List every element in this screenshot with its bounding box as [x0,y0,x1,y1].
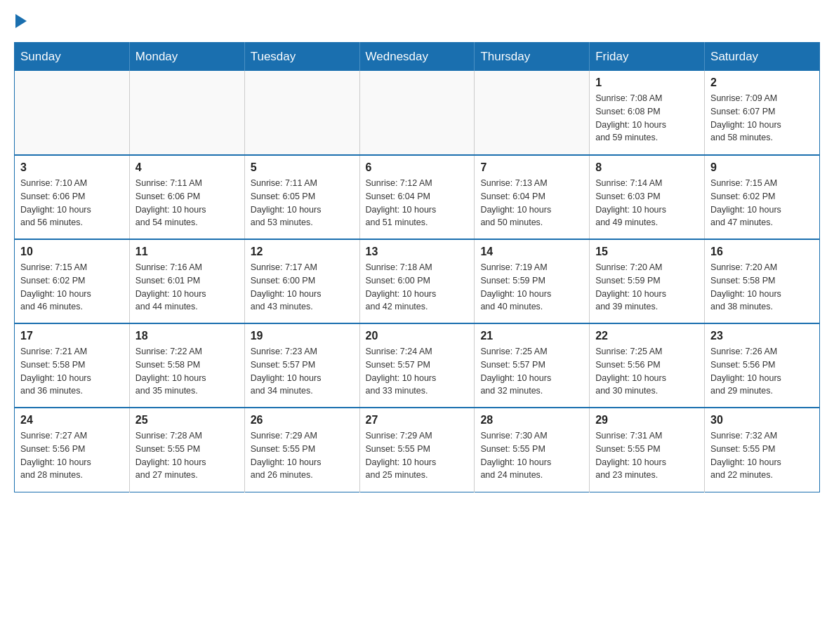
day-cell: 2Sunrise: 7:09 AMSunset: 6:07 PMDaylight… [705,71,820,155]
col-header-saturday: Saturday [705,43,820,72]
day-info: Sunrise: 7:20 AMSunset: 5:59 PMDaylight:… [595,261,699,314]
day-info: Sunrise: 7:10 AMSunset: 6:06 PMDaylight:… [20,177,124,229]
day-cell: 16Sunrise: 7:20 AMSunset: 5:58 PMDayligh… [705,239,820,323]
day-number: 13 [366,246,469,258]
day-info: Sunrise: 7:25 AMSunset: 5:56 PMDaylight:… [595,345,699,398]
day-info: Sunrise: 7:29 AMSunset: 5:55 PMDaylight:… [251,429,354,482]
logo-triangle-icon [15,14,27,28]
calendar-header-row: SundayMondayTuesdayWednesdayThursdayFrid… [15,43,820,72]
week-row-3: 10Sunrise: 7:15 AMSunset: 6:02 PMDayligh… [15,239,820,323]
day-number: 1 [595,76,699,89]
day-cell: 17Sunrise: 7:21 AMSunset: 5:58 PMDayligh… [15,323,130,408]
day-cell: 14Sunrise: 7:19 AMSunset: 5:59 PMDayligh… [475,239,590,323]
day-number: 25 [135,414,239,427]
day-cell: 21Sunrise: 7:25 AMSunset: 5:57 PMDayligh… [475,323,590,408]
logo-icon [14,14,27,28]
day-cell: 3Sunrise: 7:10 AMSunset: 6:06 PMDaylight… [15,155,130,239]
day-number: 4 [135,161,239,174]
day-number: 10 [20,246,124,258]
day-cell: 22Sunrise: 7:25 AMSunset: 5:56 PMDayligh… [590,323,705,408]
day-cell [359,71,475,155]
day-info: Sunrise: 7:20 AMSunset: 5:58 PMDaylight:… [710,261,814,314]
day-info: Sunrise: 7:14 AMSunset: 6:03 PMDaylight:… [595,177,699,229]
day-info: Sunrise: 7:23 AMSunset: 5:57 PMDaylight:… [251,345,354,398]
day-cell: 18Sunrise: 7:22 AMSunset: 5:58 PMDayligh… [129,323,244,408]
day-number: 12 [251,246,354,258]
day-cell: 5Sunrise: 7:11 AMSunset: 6:05 PMDaylight… [244,155,359,239]
day-info: Sunrise: 7:12 AMSunset: 6:04 PMDaylight:… [366,177,469,229]
day-cell: 7Sunrise: 7:13 AMSunset: 6:04 PMDaylight… [475,155,590,239]
day-cell: 28Sunrise: 7:30 AMSunset: 5:55 PMDayligh… [475,408,590,492]
day-number: 30 [710,414,814,427]
logo [14,14,35,28]
day-number: 17 [20,330,124,342]
day-cell: 29Sunrise: 7:31 AMSunset: 5:55 PMDayligh… [590,408,705,492]
day-info: Sunrise: 7:26 AMSunset: 5:56 PMDaylight:… [710,345,814,398]
day-info: Sunrise: 7:21 AMSunset: 5:58 PMDaylight:… [20,345,124,398]
week-row-2: 3Sunrise: 7:10 AMSunset: 6:06 PMDaylight… [15,155,820,239]
day-cell: 9Sunrise: 7:15 AMSunset: 6:02 PMDaylight… [705,155,820,239]
day-info: Sunrise: 7:27 AMSunset: 5:56 PMDaylight:… [20,429,124,482]
day-number: 6 [366,161,469,174]
day-number: 16 [710,246,814,258]
col-header-tuesday: Tuesday [244,43,359,72]
day-number: 3 [20,161,124,174]
day-cell: 20Sunrise: 7:24 AMSunset: 5:57 PMDayligh… [359,323,475,408]
day-number: 7 [480,161,583,174]
day-cell: 25Sunrise: 7:28 AMSunset: 5:55 PMDayligh… [129,408,244,492]
day-number: 24 [20,414,124,427]
day-cell: 19Sunrise: 7:23 AMSunset: 5:57 PMDayligh… [244,323,359,408]
day-info: Sunrise: 7:08 AMSunset: 6:08 PMDaylight:… [595,92,699,145]
day-info: Sunrise: 7:25 AMSunset: 5:57 PMDaylight:… [480,345,583,398]
day-number: 19 [251,330,354,342]
day-number: 9 [710,161,814,174]
day-cell: 6Sunrise: 7:12 AMSunset: 6:04 PMDaylight… [359,155,475,239]
day-info: Sunrise: 7:18 AMSunset: 6:00 PMDaylight:… [366,261,469,314]
col-header-thursday: Thursday [475,43,590,72]
day-cell: 26Sunrise: 7:29 AMSunset: 5:55 PMDayligh… [244,408,359,492]
day-number: 20 [366,330,469,342]
day-info: Sunrise: 7:11 AMSunset: 6:06 PMDaylight:… [135,177,239,229]
day-cell: 8Sunrise: 7:14 AMSunset: 6:03 PMDaylight… [590,155,705,239]
day-info: Sunrise: 7:32 AMSunset: 5:55 PMDaylight:… [710,429,814,482]
day-number: 21 [480,330,583,342]
day-number: 2 [710,76,814,89]
day-info: Sunrise: 7:22 AMSunset: 5:58 PMDaylight:… [135,345,239,398]
day-info: Sunrise: 7:13 AMSunset: 6:04 PMDaylight:… [480,177,583,229]
week-row-5: 24Sunrise: 7:27 AMSunset: 5:56 PMDayligh… [15,408,820,492]
week-row-4: 17Sunrise: 7:21 AMSunset: 5:58 PMDayligh… [15,323,820,408]
col-header-sunday: Sunday [15,43,130,72]
day-number: 28 [480,414,583,427]
day-number: 29 [595,414,699,427]
col-header-monday: Monday [129,43,244,72]
calendar-table: SundayMondayTuesdayWednesdayThursdayFrid… [14,42,820,492]
day-cell: 4Sunrise: 7:11 AMSunset: 6:06 PMDaylight… [129,155,244,239]
day-info: Sunrise: 7:15 AMSunset: 6:02 PMDaylight:… [20,261,124,314]
day-cell: 23Sunrise: 7:26 AMSunset: 5:56 PMDayligh… [705,323,820,408]
page-header [14,14,820,28]
day-number: 23 [710,330,814,342]
day-number: 27 [366,414,469,427]
day-info: Sunrise: 7:31 AMSunset: 5:55 PMDaylight:… [595,429,699,482]
day-number: 8 [595,161,699,174]
day-cell [475,71,590,155]
day-cell: 1Sunrise: 7:08 AMSunset: 6:08 PMDaylight… [590,71,705,155]
col-header-wednesday: Wednesday [359,43,475,72]
day-number: 11 [135,246,239,258]
day-info: Sunrise: 7:17 AMSunset: 6:00 PMDaylight:… [251,261,354,314]
day-cell: 13Sunrise: 7:18 AMSunset: 6:00 PMDayligh… [359,239,475,323]
day-cell: 11Sunrise: 7:16 AMSunset: 6:01 PMDayligh… [129,239,244,323]
day-info: Sunrise: 7:09 AMSunset: 6:07 PMDaylight:… [710,92,814,145]
day-number: 14 [480,246,583,258]
col-header-friday: Friday [590,43,705,72]
day-cell: 30Sunrise: 7:32 AMSunset: 5:55 PMDayligh… [705,408,820,492]
day-number: 18 [135,330,239,342]
day-number: 22 [595,330,699,342]
day-cell: 10Sunrise: 7:15 AMSunset: 6:02 PMDayligh… [15,239,130,323]
day-info: Sunrise: 7:15 AMSunset: 6:02 PMDaylight:… [710,177,814,229]
day-number: 15 [595,246,699,258]
day-info: Sunrise: 7:16 AMSunset: 6:01 PMDaylight:… [135,261,239,314]
day-cell: 27Sunrise: 7:29 AMSunset: 5:55 PMDayligh… [359,408,475,492]
day-info: Sunrise: 7:29 AMSunset: 5:55 PMDaylight:… [366,429,469,482]
day-info: Sunrise: 7:19 AMSunset: 5:59 PMDaylight:… [480,261,583,314]
